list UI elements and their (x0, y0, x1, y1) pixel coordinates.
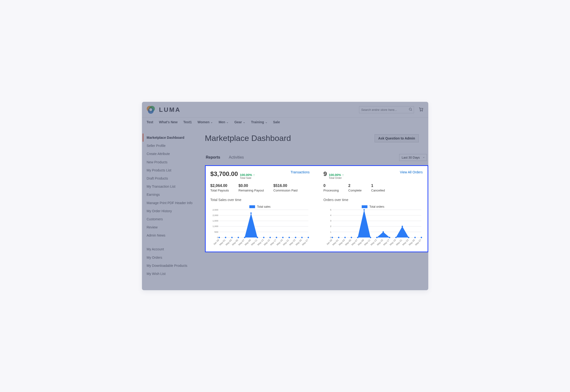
svg-text:May-05: May-05 (344, 239, 352, 246)
svg-text:May-01: May-01 (219, 239, 226, 246)
nav-test[interactable]: Test (147, 120, 153, 124)
svg-text:2: 2 (330, 225, 331, 228)
svg-text:3: 3 (330, 219, 331, 222)
nav-men[interactable]: Men (219, 120, 229, 124)
search-icon[interactable] (409, 108, 412, 112)
sidebar-item-marketplace-dashboard[interactable]: Marketplace Dashboard (143, 134, 199, 142)
svg-point-4 (409, 108, 411, 110)
sidebar-item-my-orders[interactable]: My Orders (145, 253, 199, 262)
svg-text:May-19: May-19 (276, 239, 283, 246)
svg-text:May-11: May-11 (250, 239, 258, 246)
svg-point-89 (408, 237, 409, 238)
nav-test1[interactable]: Test1 (183, 120, 192, 124)
svg-point-84 (376, 237, 378, 238)
app-window: LUMA TestWhat's NewTest1WomenMenGearTrai… (142, 102, 428, 290)
legend-swatch (362, 205, 367, 208)
date-range-select[interactable]: Last 30 Days (399, 154, 427, 161)
svg-point-87 (395, 237, 396, 238)
svg-text:May-21: May-21 (282, 239, 290, 246)
search-input[interactable] (359, 106, 414, 113)
svg-point-49 (307, 237, 309, 238)
svg-point-37 (231, 237, 233, 238)
svg-text:May-21: May-21 (395, 239, 403, 246)
svg-point-3 (149, 108, 152, 111)
sidebar-item-my-downloadable-products[interactable]: My Downloadable Products (145, 262, 199, 270)
orders-panel: 9 100.00% Total Order View All Orders 0P… (319, 166, 427, 252)
nav-training[interactable]: Training (251, 120, 267, 124)
sales-chart: 05001,0001,5002,0002,500Apr-29May-01May-… (210, 208, 310, 248)
ask-admin-button[interactable]: Ask Question to Admin (375, 134, 419, 142)
nav-women[interactable]: Women (198, 120, 213, 124)
legend-swatch (249, 205, 255, 208)
svg-point-35 (218, 237, 220, 238)
sidebar-item-my-wish-list[interactable]: My Wish List (145, 270, 199, 278)
total-orders-label: Total Order (329, 177, 344, 180)
svg-text:May-13: May-13 (257, 239, 264, 246)
total-sale-value: $3,700.00 (210, 170, 238, 178)
sidebar-item-review[interactable]: Review (145, 223, 199, 231)
svg-point-47 (295, 237, 296, 238)
svg-text:0: 0 (330, 236, 331, 239)
svg-text:Apr-29: Apr-29 (213, 239, 219, 245)
total-sale-delta: 100.00% (240, 173, 252, 177)
transactions-link[interactable]: Transactions (291, 170, 310, 174)
svg-text:May-09: May-09 (244, 239, 251, 246)
svg-point-82 (363, 209, 365, 210)
sidebar-item-seller-profile[interactable]: Seller Profile (145, 142, 199, 150)
svg-text:May-05: May-05 (231, 239, 239, 246)
sidebar-item-my-order-history[interactable]: My Order History (145, 207, 199, 215)
svg-point-79 (344, 237, 346, 238)
sidebar-item-draft-products[interactable]: Draft Products (145, 174, 199, 182)
logo[interactable]: LUMA (146, 105, 181, 115)
svg-line-5 (411, 110, 412, 111)
page-title: Marketplace Dashboard (205, 134, 291, 143)
sidebar-item-customers[interactable]: Customers (145, 215, 199, 223)
svg-text:May-25: May-25 (408, 239, 415, 246)
nav-what-s-new[interactable]: What's New (159, 120, 177, 124)
svg-point-91 (421, 237, 422, 238)
svg-point-46 (289, 237, 290, 238)
svg-text:1: 1 (330, 231, 331, 233)
sidebar-item-new-products[interactable]: New Products (145, 158, 199, 166)
sidebar-item-my-transaction-list[interactable]: My Transaction List (145, 182, 199, 191)
tab-reports[interactable]: Reports (205, 153, 221, 161)
svg-text:May-07: May-07 (238, 239, 245, 246)
svg-text:May-07: May-07 (351, 239, 358, 246)
tabs: ReportsActivities (205, 153, 245, 161)
svg-text:May-23: May-23 (402, 239, 409, 246)
sidebar-item-my-products-list[interactable]: My Products List (145, 166, 199, 174)
total-orders-delta: 100.00% (329, 173, 341, 177)
search-input-wrap (359, 106, 414, 113)
arrow-up-icon (253, 173, 255, 177)
svg-text:May-15: May-15 (376, 239, 384, 246)
view-orders-link[interactable]: View All Orders (400, 170, 423, 174)
sidebar-item-earnings[interactable]: Earnings (145, 191, 199, 199)
nav-sale[interactable]: Sale (273, 120, 280, 124)
svg-point-85 (382, 231, 384, 233)
sidebar-item-admin-news[interactable]: Admin News (145, 231, 199, 239)
orders-stat-complete: 2Complete (348, 184, 362, 192)
sales-stat-commission-paid: $516.00Commission Paid (273, 184, 297, 192)
svg-text:May-15: May-15 (263, 239, 271, 246)
svg-point-36 (225, 237, 226, 238)
tab-activities[interactable]: Activities (228, 153, 245, 161)
nav-gear[interactable]: Gear (234, 120, 245, 124)
sales-stat-remaining-payout: $0.00Remaining Payout (239, 184, 264, 192)
svg-text:May-03: May-03 (225, 239, 232, 246)
sidebar-item-my-account[interactable]: My Account (145, 245, 199, 253)
sidebar-item-manage-print-pdf-header-info[interactable]: Manage Print PDF Header Info (145, 199, 199, 207)
sales-chart-title: Total Sales over time (210, 198, 310, 202)
svg-point-88 (402, 226, 403, 227)
svg-text:May-27: May-27 (301, 239, 309, 246)
arrow-up-icon (342, 173, 344, 177)
luma-logo-icon (146, 105, 156, 115)
svg-text:May-01: May-01 (332, 239, 339, 246)
sidebar-item-create-attribute[interactable]: Create Attribute (145, 150, 199, 158)
svg-text:1,500: 1,500 (212, 219, 218, 222)
cart-icon[interactable] (418, 107, 424, 113)
svg-text:May-13: May-13 (370, 239, 377, 246)
svg-text:Apr-29: Apr-29 (326, 239, 332, 245)
svg-text:May-19: May-19 (389, 239, 396, 246)
svg-point-39 (244, 237, 245, 238)
svg-text:2,000: 2,000 (212, 214, 218, 216)
